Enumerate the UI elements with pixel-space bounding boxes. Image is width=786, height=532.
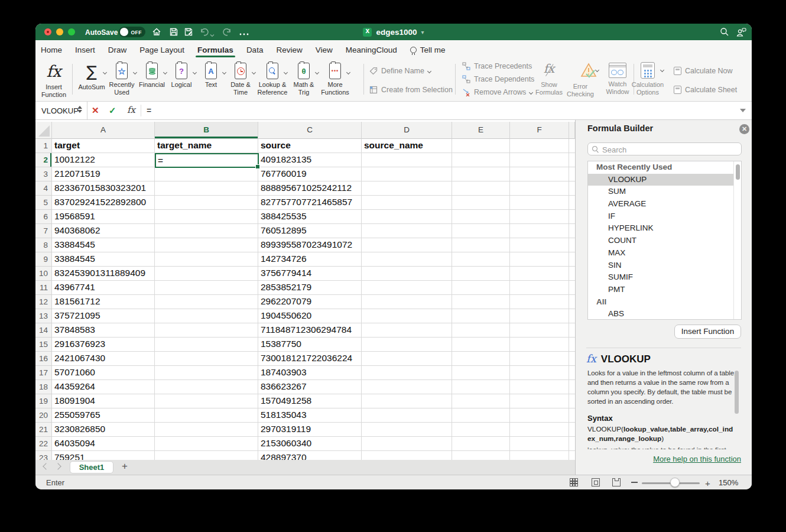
row-header-14[interactable]: 14 [35,323,52,338]
function-list-item-pmt[interactable]: PMT [588,284,741,296]
table-row[interactable]: 833884545899395587023491072 [35,238,575,252]
row-header-2[interactable]: 2 [35,153,52,167]
table-row[interactable]: 4823367015830323201888895671025242112 [35,181,575,196]
title-chevron-icon[interactable]: ▾ [421,29,424,35]
table-row[interactable]: 2132308268502970319119 [35,423,575,437]
function-list-item-abs[interactable]: ABS [588,308,741,320]
column-header-G[interactable] [569,122,575,139]
cancel-entry-button[interactable]: ✕ [92,105,99,116]
contacts-icon[interactable] [736,27,746,37]
tab-insert[interactable]: Insert [74,42,96,58]
trace-precedents-button[interactable]: Trace Precedents [462,62,532,70]
more-functions-button[interactable]: ••• More Functions [313,61,358,96]
formula-input[interactable]: = [147,106,151,115]
column-header-B[interactable]: B [155,122,258,139]
row-header-7[interactable]: 7 [35,224,52,238]
table-row[interactable]: 1844359264836623267 [35,380,575,394]
table-row[interactable]: 3212071519767760019 [35,167,575,181]
tab-meaningcloud[interactable]: MeaningCloud [345,42,398,58]
tab-formulas[interactable]: Formulas [197,42,234,58]
row-header-21[interactable]: 21 [35,423,52,437]
function-list-item-hyperlink[interactable]: HYPERLINK [588,222,741,235]
column-header-C[interactable]: C [258,122,362,139]
row-header-9[interactable]: 9 [35,252,52,267]
function-list-item-sin[interactable]: SIN [588,259,741,272]
function-list-item-max[interactable]: MAX [588,247,741,259]
zoom-slider-knob[interactable] [670,478,680,487]
tab-page-layout[interactable]: Page Layout [139,42,185,58]
table-row[interactable]: 22640350942153060340 [35,437,575,451]
column-header-A[interactable]: A [52,122,155,139]
search-icon[interactable] [720,27,729,37]
define-name-chevron-icon[interactable] [427,69,431,73]
row-header-11[interactable]: 11 [35,281,52,295]
prev-sheet-icon[interactable] [43,463,49,469]
table-row[interactable]: 933884545142734726 [35,252,575,267]
function-search-input[interactable]: Search [587,142,742,155]
sheet-tab-sheet1[interactable]: Sheet1 [70,461,113,473]
table-row[interactable]: 23759251428897370 [35,451,575,460]
function-list-item-sumif[interactable]: SUMIF [588,271,741,284]
row-header-5[interactable]: 5 [35,196,52,210]
table-row[interactable]: 1437848583711848712306294784 [35,323,575,338]
calculate-sheet-button[interactable]: Calculate Sheet [674,86,737,94]
table-row[interactable]: 19180919041570491258 [35,394,575,408]
row-header-4[interactable]: 4 [35,181,52,196]
insert-function-fx-button[interactable]: fx [127,105,135,115]
add-sheet-button[interactable]: + [122,460,128,472]
function-list[interactable]: Most Recently UsedVLOOKUPSUMAVERAGEIFHYP… [587,161,742,320]
confirm-entry-button[interactable]: ✓ [109,105,116,116]
select-all-corner[interactable] [35,122,52,139]
table-row[interactable]: 108324539013118894093756779414 [35,267,575,281]
table-row[interactable]: 121815617122962207079 [35,295,575,309]
row-header-1[interactable]: 1 [35,139,52,153]
tab-data[interactable]: Data [246,42,264,58]
name-box[interactable]: VLOOKUP [35,102,87,119]
row-header-19[interactable]: 19 [35,394,52,408]
remove-arrows-button[interactable]: Remove Arrows [462,88,532,96]
more-functions-chevron-icon[interactable] [346,70,350,74]
table-row[interactable]: 1757071060187403903 [35,366,575,380]
row-header-17[interactable]: 17 [35,366,52,380]
column-header-E[interactable]: E [452,122,510,139]
tab-draw[interactable]: Draw [108,42,128,58]
row-header-18[interactable]: 18 [35,380,52,394]
table-row[interactable]: 133757210951904550620 [35,309,575,323]
calculation-options-chevron-icon[interactable] [660,68,664,72]
tab-home[interactable]: Home [40,42,63,58]
table-row[interactable]: 2100121224091823135 [35,153,575,167]
function-list-item-vlookup[interactable]: VLOOKUP [588,174,741,186]
table-row[interactable]: 5837029241522892800827757707721465857 [35,196,575,210]
column-header-F[interactable]: F [510,122,569,139]
more-help-link[interactable]: More help on this function [653,455,741,463]
function-list-item-average[interactable]: AVERAGE [588,198,741,210]
row-header-15[interactable]: 15 [35,338,52,352]
row-header-16[interactable]: 16 [35,352,52,366]
row-header-22[interactable]: 22 [35,437,52,451]
row-header-3[interactable]: 3 [35,167,52,181]
name-box-stepper[interactable] [77,106,82,113]
description-scrollbar[interactable] [735,371,739,414]
next-sheet-icon[interactable] [54,463,61,469]
column-header-D[interactable]: D [362,122,452,139]
table-row[interactable]: 1targettarget_namesourcesource_name [35,139,575,153]
function-list-item-count[interactable]: COUNT [588,235,741,247]
zoom-in-button[interactable]: + [705,478,710,488]
row-header-6[interactable]: 6 [35,210,52,224]
spreadsheet-grid[interactable]: ABCDEF 1targettarget_namesourcesource_na… [35,120,575,460]
function-list-item-sum[interactable]: SUM [588,186,741,198]
page-layout-view-button[interactable] [592,478,600,486]
row-header-8[interactable]: 8 [35,238,52,252]
active-cell-b2[interactable]: = [155,153,259,168]
zoom-out-button[interactable] [631,482,638,483]
row-header-10[interactable]: 10 [35,267,52,281]
function-list-item-if[interactable]: IF [588,210,741,223]
insert-function-panel-button[interactable]: Insert Function [674,325,741,339]
tab-view[interactable]: View [315,42,333,58]
table-row[interactable]: 162421067430730018121722036224 [35,352,575,366]
tab-review[interactable]: Review [275,42,303,58]
calculate-now-button[interactable]: Calculate Now [674,67,733,75]
table-row[interactable]: 619568591388425535 [35,210,575,224]
trace-dependents-button[interactable]: Trace Dependents [462,75,534,83]
row-header-23[interactable]: 23 [35,451,52,460]
